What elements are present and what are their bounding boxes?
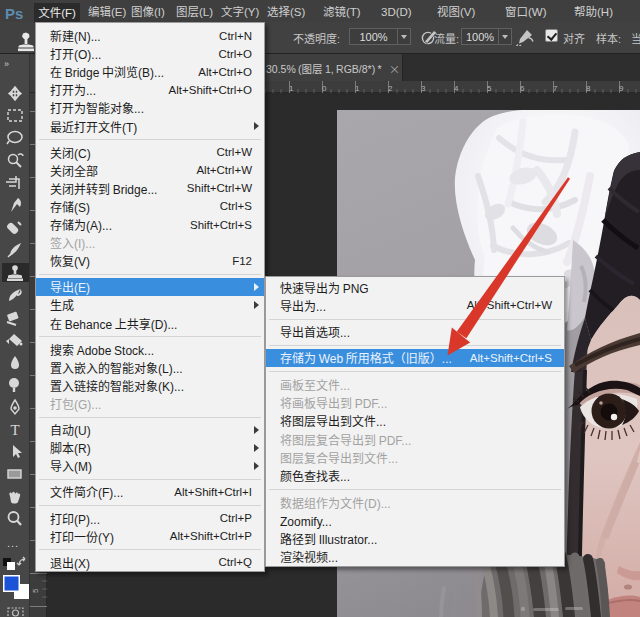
svg-text:T: T [10,422,19,438]
svg-text:5: 5 [30,588,40,593]
